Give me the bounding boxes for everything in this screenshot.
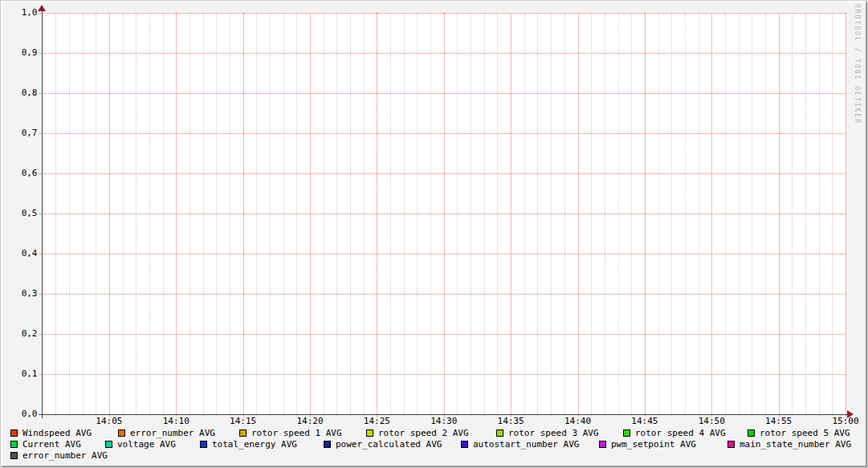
gridline-minor-vertical [163, 13, 164, 417]
legend-label: total_energy AVG [212, 439, 297, 450]
legend-item: power_calculated AVG [324, 439, 442, 450]
y-tick-label: 0,0 [12, 409, 38, 419]
legend-swatch [10, 452, 18, 459]
gridline-minor-vertical [216, 13, 217, 417]
gridline-major-vertical [444, 13, 445, 417]
gridline-minor-vertical [725, 13, 726, 417]
gridline-minor-vertical [551, 13, 552, 417]
y-tick-label: 1,0 [12, 8, 38, 18]
gridline-minor-vertical [832, 13, 833, 417]
gridline-minor-vertical [671, 13, 672, 417]
legend-item: pwm_setpoint AVG [599, 439, 696, 450]
legend-label: power_calculated AVG [336, 439, 442, 450]
gridline-major-horizontal [39, 133, 846, 134]
gridline-minor-vertical [189, 13, 190, 417]
y-tick-label: 0,8 [12, 88, 38, 98]
gridline-minor-vertical [270, 13, 271, 417]
gridline-minor-vertical [83, 13, 84, 417]
gridline-minor-vertical [752, 13, 752, 417]
x-tick-label: 14:50 [695, 417, 727, 426]
gridline-major-horizontal [39, 294, 846, 295]
y-tick-label: 0,7 [12, 128, 38, 138]
gridline-minor-vertical [524, 13, 525, 417]
gridline-minor-vertical [390, 13, 391, 417]
legend-item: autostart_number AVG [461, 439, 579, 450]
x-tick-label: 15:00 [829, 417, 862, 426]
gridline-minor-vertical [256, 13, 257, 417]
legend-label: Current AVG [22, 439, 81, 450]
gridline-minor-vertical [792, 13, 793, 417]
gridline-major-horizontal [39, 254, 846, 254]
y-tick-label: 0,4 [12, 249, 38, 258]
gridline-major-horizontal [39, 53, 846, 54]
gridline-minor-vertical [537, 13, 538, 417]
gridline-minor-vertical [296, 13, 297, 417]
gridline-major-vertical [779, 13, 780, 417]
legend-item: rotor speed 1 AVG [239, 428, 342, 438]
gridline-major-vertical [243, 13, 244, 417]
gridline-minor-vertical [699, 13, 699, 417]
gridline-minor-vertical [591, 13, 592, 417]
graph-frame: 1,00,90,80,70,60,50,40,30,20,10,0 14:051… [1, 1, 867, 467]
x-tick-label: 14:40 [562, 417, 594, 426]
x-tick-label: 14:10 [160, 417, 192, 426]
x-tick-label: 14:15 [227, 417, 259, 426]
legend-swatch [623, 429, 630, 437]
y-axis-line [42, 10, 43, 418]
x-tick-label: 14:05 [93, 417, 125, 426]
y-axis-arrow-icon [38, 5, 46, 11]
legend-item: Current AVG [10, 439, 81, 450]
legend-item: total_energy AVG [200, 439, 297, 450]
gridline-minor-vertical [618, 13, 619, 417]
gridline-minor-vertical [69, 13, 70, 417]
gridline-minor-vertical [336, 13, 337, 417]
legend-swatch [727, 441, 735, 448]
legend-swatch [366, 429, 373, 437]
gridline-minor-vertical [55, 13, 56, 417]
legend-swatch [748, 429, 755, 437]
gridline-major-vertical [846, 13, 846, 417]
legend-swatch [461, 441, 468, 448]
legend-swatch [239, 429, 247, 437]
gridline-minor-vertical [96, 13, 96, 417]
watermark: RRDTOOL / TOBI OETIKER [854, 4, 861, 124]
x-tick-label: 14:55 [763, 417, 795, 426]
gridline-minor-vertical [364, 13, 365, 417]
gridline-minor-vertical [149, 13, 150, 417]
legend-label: voltage AVG [117, 439, 176, 450]
gridline-minor-vertical [471, 13, 471, 417]
gridline-minor-vertical [605, 13, 605, 417]
gridline-minor-vertical [230, 13, 230, 417]
gridline-minor-vertical [457, 13, 458, 417]
gridline-minor-vertical [805, 13, 806, 417]
legend-item: rotor speed 2 AVG [366, 428, 469, 438]
legend-item: main_state_number AVG [727, 439, 851, 450]
gridline-major-vertical [511, 13, 511, 417]
gridline-minor-vertical [564, 13, 565, 417]
gridline-minor-vertical [123, 13, 124, 417]
gridline-minor-vertical [497, 13, 498, 417]
legend-label: error_number AVG [130, 428, 215, 438]
gridline-minor-vertical [658, 13, 659, 417]
legend-item: rotor speed 5 AVG [748, 428, 850, 438]
x-tick-label: 14:20 [294, 417, 326, 426]
legend-label: main_state_number AVG [740, 439, 851, 450]
gridline-major-horizontal [39, 173, 846, 174]
x-axis-line [39, 414, 848, 415]
gridline-minor-vertical [324, 13, 324, 417]
gridline-major-horizontal [39, 334, 846, 335]
gridline-minor-vertical [819, 13, 820, 417]
legend-swatch [496, 429, 503, 437]
gridline-major-vertical [711, 13, 712, 417]
legend-label: pwm_setpoint AVG [611, 439, 696, 450]
gridline-major-vertical [176, 13, 177, 417]
gridline-major-vertical [377, 13, 377, 417]
legend-swatch [10, 441, 18, 448]
graph-stage: 1,00,90,80,70,60,50,40,30,20,10,0 14:051… [1, 1, 868, 468]
legend-label: rotor speed 3 AVG [508, 428, 599, 438]
gridline-minor-vertical [283, 13, 284, 417]
y-tick-label: 0,5 [12, 209, 38, 218]
legend-item: Windspeed AVG [10, 428, 92, 438]
gridline-major-vertical [310, 13, 311, 417]
legend-label: error_number AVG [22, 450, 108, 461]
